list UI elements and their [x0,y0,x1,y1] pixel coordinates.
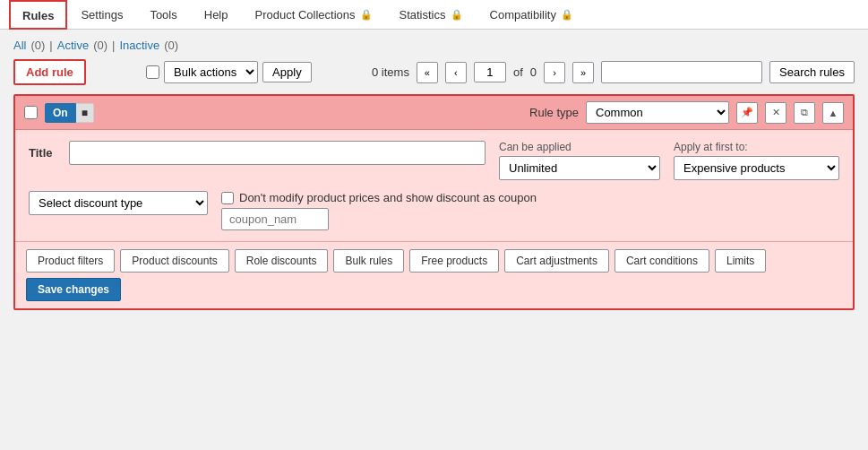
role-discounts-button[interactable]: Role discounts [235,249,329,273]
prev-page-button[interactable]: ‹ [445,62,467,83]
bulk-actions-select[interactable]: Bulk actions [164,61,258,83]
next-page-button[interactable]: › [544,62,565,83]
rule-row-2: Select discount typePercentageFixed amou… [29,191,839,230]
toolbar-right: 0 items « ‹ of 0 › » Search rules [372,61,855,83]
toggle-on-button[interactable]: On [45,103,76,123]
discount-type-group: Select discount typePercentageFixed amou… [29,191,208,215]
items-count: 0 items [372,65,409,79]
lock-icon: 🔒 [561,9,573,21]
lock-icon: 🔒 [360,9,373,21]
main-content: All (0) | Active (0) | Inactive (0) Add … [0,30,868,319]
save-changes-button[interactable]: Save changes [26,278,121,301]
toggle-switch: On ■ [45,103,94,123]
rule-row-1: Title Can be applied UnlimitedOnceTwice … [29,141,839,180]
coupon-checkbox[interactable] [221,192,234,204]
product-filters-button[interactable]: Product filters [26,249,115,273]
apply-at-first-select[interactable]: Expensive productsCheapest productsAll p… [674,156,839,180]
rule-header-right: Rule type CommonProduct basedCategory ba… [529,101,844,124]
bulk-select-all-checkbox[interactable] [146,65,159,79]
cart-conditions-button[interactable]: Cart conditions [614,249,709,273]
rule-footer: Product filters Product discounts Role d… [15,241,853,308]
tab-tools[interactable]: Tools [136,0,190,29]
rules-toolbar: Add rule Bulk actions Apply 0 items « ‹ … [13,59,855,85]
limits-button[interactable]: Limits [715,249,766,273]
can-be-applied-group: Can be applied UnlimitedOnceTwice [499,141,660,180]
rule-header-left: On ■ [24,103,94,123]
last-page-button[interactable]: » [572,62,594,83]
of-label: of [513,65,523,79]
apply-at-first-group: Apply at first to: Expensive productsChe… [674,141,839,180]
toolbar-middle: Bulk actions Apply [146,61,312,83]
rule-type-label: Rule type [529,106,579,119]
tab-help[interactable]: Help [191,0,242,29]
title-label: Title [29,146,60,160]
coupon-name-input[interactable] [221,208,329,230]
rule-close-button[interactable]: ✕ [765,102,786,124]
toggle-off-button[interactable]: ■ [76,103,94,123]
rule-type-select[interactable]: CommonProduct basedCategory based [586,101,729,124]
rule-header: On ■ Rule type CommonProduct basedCatego… [15,96,853,130]
discount-type-select[interactable]: Select discount typePercentageFixed amou… [29,191,208,215]
coupon-checkbox-row: Don't modify product prices and show dis… [221,191,839,204]
rule-collapse-button[interactable]: ▲ [822,102,844,124]
page-number-input[interactable] [474,62,506,82]
filter-separator: | [49,39,52,52]
tab-rules[interactable]: Rules [9,0,67,30]
search-rules-input[interactable] [601,61,762,83]
filter-active-count: (0) [93,39,107,52]
coupon-group: Don't modify product prices and show dis… [221,191,839,230]
rule-checkbox[interactable] [24,106,38,119]
filter-all[interactable]: All [13,39,26,52]
rule-copy-button[interactable]: ⧉ [794,102,815,124]
bulk-apply-button[interactable]: Apply [262,62,312,82]
tab-settings[interactable]: Settings [67,0,136,29]
can-be-applied-select[interactable]: UnlimitedOnceTwice [499,156,660,180]
product-discounts-button[interactable]: Product discounts [120,249,228,273]
lock-icon: 🔒 [451,9,463,21]
rule-card: On ■ Rule type CommonProduct basedCatego… [13,94,855,310]
filter-all-count: (0) [30,39,45,52]
filter-active[interactable]: Active [57,39,89,52]
tab-product-collections[interactable]: Product Collections 🔒 [242,0,386,29]
search-rules-button[interactable]: Search rules [769,61,855,83]
free-products-button[interactable]: Free products [409,249,499,273]
tab-compatibility[interactable]: Compatibility 🔒 [477,0,587,29]
filter-separator2: | [112,39,115,52]
rule-pin-button[interactable]: 📌 [736,102,758,124]
toolbar-left: Add rule [13,59,86,85]
add-rule-button[interactable]: Add rule [13,59,86,85]
rule-body: Title Can be applied UnlimitedOnceTwice … [15,130,853,241]
first-page-button[interactable]: « [417,62,438,83]
can-be-applied-label: Can be applied [499,141,660,153]
filter-inactive-count: (0) [164,39,178,52]
filter-inactive[interactable]: Inactive [119,39,159,52]
tab-bar: Rules Settings Tools Help Product Collec… [0,0,868,30]
tab-statistics[interactable]: Statistics 🔒 [386,0,477,29]
bulk-rules-button[interactable]: Bulk rules [333,249,404,273]
top-nav: Rules Settings Tools Help Product Collec… [0,0,868,30]
title-group: Title [29,141,486,165]
coupon-label: Don't modify product prices and show dis… [239,191,537,204]
title-input[interactable] [69,141,486,165]
total-pages: 0 [530,65,537,79]
filter-bar: All (0) | Active (0) | Inactive (0) [13,39,855,52]
apply-at-first-label: Apply at first to: [674,141,839,153]
cart-adjustments-button[interactable]: Cart adjustments [504,249,609,273]
